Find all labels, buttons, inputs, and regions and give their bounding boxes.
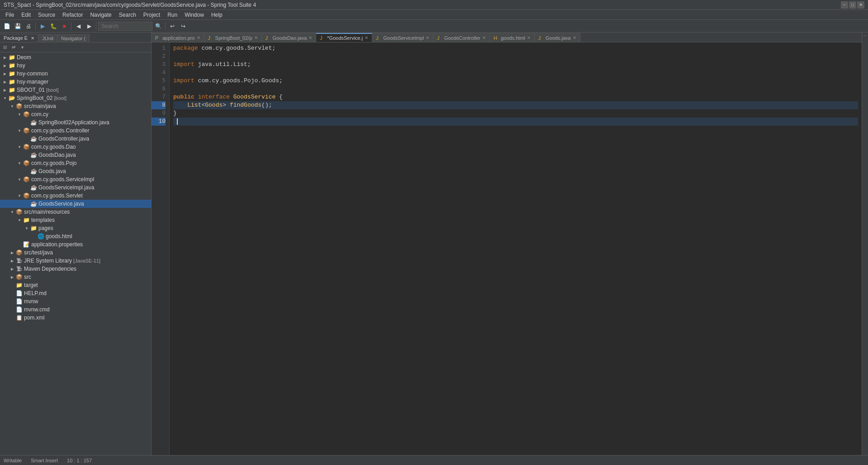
menu-source[interactable]: Source — [34, 11, 59, 19]
run-button[interactable]: ▶ — [38, 21, 47, 31]
tree-item[interactable]: ▼📦com.cy.goods.Dao — [0, 143, 151, 151]
debug-button[interactable]: 🐛 — [48, 21, 58, 31]
redo-button[interactable]: ↪ — [178, 21, 188, 31]
tree-item[interactable]: 📄HELP.md — [0, 289, 151, 297]
tree-arrow-icon[interactable]: ▼ — [2, 96, 8, 100]
tree-item[interactable]: ▶📦src — [0, 273, 151, 281]
tab-close-icon[interactable]: ✕ — [254, 35, 258, 40]
tree-arrow-icon[interactable]: ▶ — [9, 251, 15, 255]
outline-button[interactable]: ⋮ — [862, 33, 868, 39]
tree-item[interactable]: ☕GoodsController.java — [0, 135, 151, 143]
minimize-button[interactable]: − — [841, 1, 848, 9]
editor-tab[interactable]: JGoods.java✕ — [535, 33, 580, 42]
maximize-button[interactable]: □ — [849, 1, 856, 9]
tree-item[interactable]: ▶📁hsy-manager — [0, 78, 151, 86]
tree-item[interactable]: ☕GoodsServiceImpl.java — [0, 183, 151, 192]
tree-arrow-icon[interactable]: ▼ — [9, 210, 15, 214]
editor-tab[interactable]: JGoodsDao.java✕ — [262, 33, 317, 42]
menu-edit[interactable]: Edit — [18, 11, 34, 19]
editor-tab[interactable]: Papplication.pro✕ — [152, 33, 204, 42]
search-button[interactable]: 🔍 — [153, 21, 163, 31]
tree-item[interactable]: ▶🗜Maven Dependencies — [0, 265, 151, 273]
tab-navigator[interactable]: Navigator ( — [57, 34, 90, 42]
tree-arrow-icon[interactable]: ▶ — [2, 80, 8, 84]
print-button[interactable]: 🖨 — [24, 21, 33, 31]
tree-item[interactable]: ▶📁SBOOT_01 [boot] — [0, 86, 151, 94]
new-button[interactable]: 📄 — [2, 21, 12, 31]
tab-close-icon[interactable]: ✕ — [527, 35, 531, 40]
collapse-all-button[interactable]: ⊟ — [1, 43, 9, 52]
editor-tab[interactable]: JGoodsServiceImpl✕ — [372, 33, 433, 42]
tree-item[interactable]: 📋pom.xml — [0, 314, 151, 322]
tab-close-icon[interactable]: ✕ — [573, 35, 576, 40]
tree-arrow-icon[interactable]: ▼ — [16, 129, 23, 133]
tree-item[interactable]: 📄mvnw — [0, 297, 151, 305]
tree-arrow-icon[interactable]: ▶ — [2, 56, 8, 60]
tree-arrow-icon[interactable]: ▶ — [2, 72, 8, 76]
panel-menu-button[interactable]: ▾ — [18, 43, 26, 52]
menu-help[interactable]: Help — [208, 11, 226, 19]
tree-item[interactable]: ▼📂SpringBoot_02 [boot] — [0, 94, 151, 102]
tree-item[interactable]: ▶📁hsy-common — [0, 70, 151, 78]
tree-item[interactable]: ☕GoodsDao.java — [0, 151, 151, 159]
menu-window[interactable]: Window — [181, 11, 208, 19]
tree-item[interactable]: ▼📦com.cy.goods.Servlet — [0, 192, 151, 200]
tree-arrow-icon[interactable]: ▼ — [16, 145, 23, 149]
tree-item[interactable]: ☕Goods.java — [0, 167, 151, 175]
tree-item[interactable]: ▶📁Deom — [0, 53, 151, 61]
tab-close-icon[interactable]: ✕ — [197, 35, 200, 40]
tree-arrow-icon[interactable]: ▼ — [16, 113, 23, 117]
editor-tab[interactable]: J*GoodsService.j✕ — [316, 33, 372, 42]
menu-refactor[interactable]: Refactor — [59, 11, 86, 19]
tree-item[interactable]: 📝application.properties — [0, 240, 151, 249]
code-content[interactable]: package com.cy.goods.Servlet; import jav… — [170, 42, 862, 455]
code-editor[interactable]: 12345678910 package com.cy.goods.Servlet… — [152, 42, 862, 455]
tree-item[interactable]: ▼📦src/main/java — [0, 102, 151, 110]
back-button[interactable]: ◀ — [73, 21, 83, 31]
tree-item[interactable]: ▶📁hsy — [0, 61, 151, 70]
tree-arrow-icon[interactable]: ▼ — [24, 226, 30, 230]
editor-tab[interactable]: Hgoods.html✕ — [490, 33, 535, 42]
tree-item[interactable]: ▼📦src/main/resources — [0, 208, 151, 216]
forward-button[interactable]: ▶ — [84, 21, 94, 31]
tab-close-icon[interactable]: ✕ — [308, 35, 312, 40]
tree-item[interactable]: ☕SpringBoot02Application.java — [0, 118, 151, 127]
stop-button[interactable]: ■ — [59, 21, 69, 31]
menu-project[interactable]: Project — [140, 11, 164, 19]
tree-arrow-icon[interactable]: ▶ — [9, 267, 15, 271]
menu-search[interactable]: Search — [115, 11, 140, 19]
save-button[interactable]: 💾 — [13, 21, 23, 31]
tree-arrow-icon[interactable]: ▼ — [16, 218, 23, 222]
undo-button[interactable]: ↩ — [167, 21, 177, 31]
menu-file[interactable]: File — [2, 11, 18, 19]
tree-arrow-icon[interactable]: ▶ — [2, 64, 8, 68]
tab-close-icon[interactable]: ✕ — [365, 35, 368, 40]
tree-arrow-icon[interactable]: ▼ — [16, 161, 23, 165]
search-input[interactable] — [98, 22, 152, 31]
tree-item[interactable]: 🌐goods.html — [0, 232, 151, 240]
tree-item[interactable]: ▶📦src/test/java — [0, 249, 151, 257]
tree-item[interactable]: ▼📦com.cy — [0, 110, 151, 118]
editor-tab[interactable]: JGoodsController✕ — [433, 33, 490, 42]
tree-item[interactable]: ▶🗜JRE System Library [JavaSE-11] — [0, 257, 151, 265]
tree-arrow-icon[interactable]: ▼ — [9, 104, 15, 108]
tab-junit[interactable]: JUnit — [38, 34, 57, 42]
close-button[interactable]: ✕ — [857, 1, 864, 9]
editor-tab[interactable]: JSpringBoot_02/p✕ — [204, 33, 262, 42]
menu-navigate[interactable]: Navigate — [86, 11, 115, 19]
tree-item[interactable]: ▼📁templates — [0, 216, 151, 224]
tree-arrow-icon[interactable]: ▶ — [9, 259, 15, 263]
tree-item[interactable]: ▼📁pages — [0, 224, 151, 232]
tree-item[interactable]: ▼📦com.cy.goods.Pojo — [0, 159, 151, 167]
close-icon[interactable]: ✕ — [31, 36, 34, 41]
tree-arrow-icon[interactable]: ▼ — [16, 194, 23, 198]
tab-close-icon[interactable]: ✕ — [426, 35, 429, 40]
tab-close-icon[interactable]: ✕ — [482, 35, 486, 40]
tab-package-explorer[interactable]: Package E ✕ — [0, 34, 38, 42]
tree-item[interactable]: 📁target — [0, 281, 151, 289]
tree-arrow-icon[interactable]: ▼ — [16, 178, 23, 182]
link-editor-button[interactable]: ⇌ — [9, 43, 18, 52]
tree-item[interactable]: 📄mvnw.cmd — [0, 305, 151, 314]
tree-item[interactable]: ▼📦com.cy.goods.ServiceImpl — [0, 175, 151, 183]
tree-item[interactable]: ▼📦com.cy.goods.Controller — [0, 127, 151, 135]
